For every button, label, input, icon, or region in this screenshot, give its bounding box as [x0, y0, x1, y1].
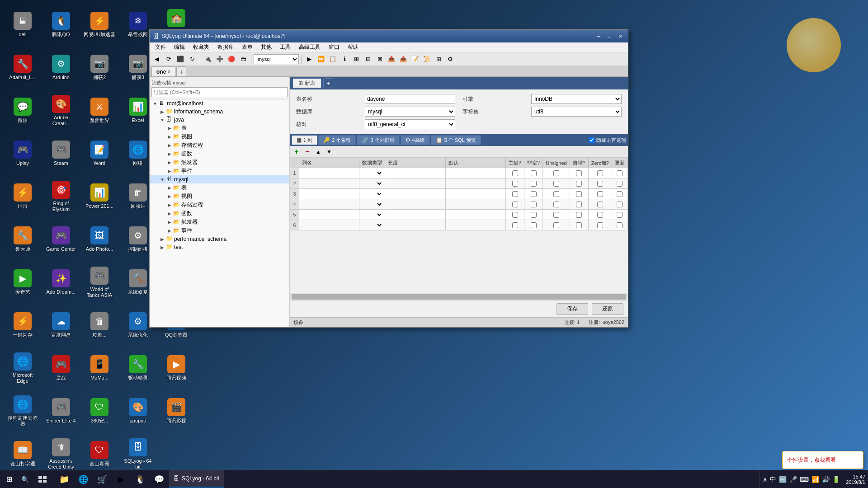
- desktop-icon-arduino[interactable]: ⚙ Arduino: [43, 47, 79, 88]
- col-type-select-6[interactable]: [361, 221, 383, 229]
- cell-upd-2[interactable]: [612, 178, 627, 189]
- col-pk-check-2[interactable]: [512, 181, 518, 187]
- col-zf-check-6[interactable]: [597, 222, 603, 228]
- tb-disconnect[interactable]: 🔴: [226, 54, 237, 65]
- cell-pk-3[interactable]: [505, 189, 524, 199]
- tb-format[interactable]: 📋: [327, 54, 338, 65]
- desktop-icon-sogou[interactable]: 🌐 搜狗高速浏览器: [5, 391, 41, 432]
- maximize-button[interactable]: □: [604, 32, 614, 40]
- cell-def-6[interactable]: [445, 220, 505, 230]
- taskbar-store[interactable]: 🛒: [93, 470, 111, 488]
- tb-import[interactable]: 📥: [386, 54, 397, 65]
- tree-node-perf[interactable]: ▶ 📁 performance_schema: [150, 235, 289, 243]
- desktop-icon-qq[interactable]: 🐧 腾讯QQ: [43, 5, 79, 45]
- desktop-icon-qqfilm[interactable]: 🎬 腾讯影视: [158, 391, 194, 432]
- col-type-select-2[interactable]: [361, 179, 383, 188]
- cell-upd-3[interactable]: [612, 189, 627, 199]
- tb-table3[interactable]: ⊠: [374, 54, 385, 65]
- tb-stop[interactable]: ⬛: [175, 54, 186, 65]
- col-upd-check-3[interactable]: [617, 191, 623, 197]
- collate-select[interactable]: utf8_general_ci: [365, 119, 455, 129]
- menu-help[interactable]: 帮助: [344, 42, 362, 52]
- tree-node-mysql[interactable]: ▼ 🗄 mysql: [150, 175, 289, 183]
- cell-name-6[interactable]: [299, 220, 359, 230]
- col-un-check-2[interactable]: [553, 181, 559, 187]
- col-pk-check-4[interactable]: [512, 202, 518, 207]
- tree-node-mysql-table[interactable]: ▶ 📂 表: [150, 183, 289, 192]
- desktop-icon-adophoto[interactable]: 🖼 Ado Photo...: [81, 219, 118, 260]
- col-upd-check-2[interactable]: [617, 181, 623, 187]
- desktop-icon-upupoo[interactable]: 🎨 upupoo: [120, 391, 156, 432]
- tree-node-mysql-view[interactable]: ▶ 📂 视图: [150, 192, 289, 201]
- cell-nn-5[interactable]: [524, 210, 543, 220]
- move-down-button[interactable]: ▼: [324, 147, 334, 156]
- col-tab-fk[interactable]: 🔗 3 个外部键: [357, 135, 399, 145]
- cell-pk-2[interactable]: [505, 178, 524, 189]
- tb-export[interactable]: 📤: [398, 54, 409, 65]
- col-nn-check-4[interactable]: [531, 202, 537, 207]
- desktop-icon-jinglingm[interactable]: 🔧 驱动精灵: [120, 348, 156, 389]
- taskbar-file-explorer[interactable]: 📁: [55, 470, 73, 488]
- col-pk-check-5[interactable]: [512, 212, 518, 218]
- desktop-icon-weixin[interactable]: 💬 微信: [5, 90, 41, 131]
- tb-newconn[interactable]: ➕: [214, 54, 225, 65]
- tb-explain[interactable]: ℹ: [339, 54, 350, 65]
- col-un-check-4[interactable]: [553, 202, 559, 207]
- tree-node-java[interactable]: ▼ 🗄 java: [150, 116, 289, 124]
- cell-pk-6[interactable]: [505, 220, 524, 230]
- table-name-input[interactable]: [365, 94, 455, 104]
- desktop-icon-uu[interactable]: ⚡ 网易UU加速器: [81, 5, 118, 45]
- tree-node-java-table[interactable]: ▶ 📂 表: [150, 124, 289, 132]
- desktop-icon-devil[interactable]: ⚔ 魔兽世界: [81, 90, 118, 131]
- tb-more[interactable]: ⚙: [445, 54, 456, 65]
- cell-upd-5[interactable]: [612, 210, 627, 220]
- tb-history[interactable]: 📜: [421, 54, 432, 65]
- tb-back[interactable]: ◀: [151, 54, 162, 65]
- tree-node-test[interactable]: ▶ 📁 test: [150, 243, 289, 251]
- col-type-select-5[interactable]: [361, 211, 383, 219]
- col-def-input-1[interactable]: [448, 169, 504, 177]
- tree-node-info-schema[interactable]: ▶ 📁 information_schema: [150, 108, 289, 116]
- desktop-icon-capture2[interactable]: 📷 捕获2: [81, 47, 118, 88]
- col-type-select-1[interactable]: [361, 169, 383, 177]
- cell-nn-3[interactable]: [524, 189, 543, 199]
- desktop-icon-aiqiyi[interactable]: ▶ 爱奇艺: [5, 262, 41, 303]
- cell-len-3[interactable]: [385, 189, 445, 199]
- tree-node-mysql-event[interactable]: ▶ 📂 事件: [150, 226, 289, 235]
- col-tab-advanced[interactable]: ⚙ 4高级: [401, 135, 430, 145]
- col-name-input-3[interactable]: [301, 190, 357, 198]
- taskbar-sqlyog[interactable]: 🗄 SQLyog - 64 bit: [169, 470, 224, 488]
- desktop-icon-adobe[interactable]: 🎨 Adobe Creati...: [43, 90, 79, 131]
- cell-un-5[interactable]: [543, 210, 570, 220]
- col-ai-check-5[interactable]: [576, 212, 582, 218]
- tb-table1[interactable]: ⊞: [351, 54, 362, 65]
- cell-pk-1[interactable]: [505, 168, 524, 178]
- cell-upd-4[interactable]: [612, 199, 627, 210]
- charset-select[interactable]: utf8: [531, 107, 622, 117]
- cell-zf-1[interactable]: [588, 168, 612, 178]
- im-popup[interactable]: 个性设置，点我看看: [782, 451, 863, 469]
- cell-upd-6[interactable]: [612, 220, 627, 230]
- cell-len-5[interactable]: [385, 210, 445, 220]
- col-tab-indexes[interactable]: 🔑 2 个索引: [318, 135, 356, 145]
- desktop-icon-baidupan[interactable]: ☁ 百度网盘: [43, 305, 79, 346]
- cell-zf-3[interactable]: [588, 189, 612, 199]
- desktop-icon-rubbish[interactable]: 🗑 垃圾...: [81, 305, 118, 346]
- col-ai-check-4[interactable]: [576, 202, 582, 207]
- tree-node-mysql-func[interactable]: ▶ 📂 函数: [150, 209, 289, 218]
- desktop-icon-jinshan[interactable]: 📖 金山打字通: [5, 434, 41, 474]
- desktop-icon-jinshandoku[interactable]: 🛡 金山毒霸: [81, 434, 118, 474]
- col-pk-check-6[interactable]: [512, 222, 518, 228]
- cell-len-1[interactable]: [385, 168, 445, 178]
- cell-ai-2[interactable]: [570, 178, 588, 189]
- col-name-input-6[interactable]: [301, 221, 357, 229]
- desktop-icon-luda[interactable]: 🔧 鲁大师: [5, 219, 41, 260]
- taskbar-msg[interactable]: 💬: [150, 470, 168, 488]
- cell-type-2[interactable]: [359, 178, 385, 189]
- cell-len-6[interactable]: [385, 220, 445, 230]
- tray-up-arrow[interactable]: ∧: [763, 476, 767, 483]
- desktop-icon-msedge[interactable]: 🌐 Microsoft Edge: [5, 348, 41, 389]
- tree-node-java-proc[interactable]: ▶ 📂 存储过程: [150, 141, 289, 150]
- restore-button[interactable]: 还原: [592, 303, 623, 315]
- desktop-icon-adafruit[interactable]: 🔧 Adafruit_L...: [5, 47, 41, 88]
